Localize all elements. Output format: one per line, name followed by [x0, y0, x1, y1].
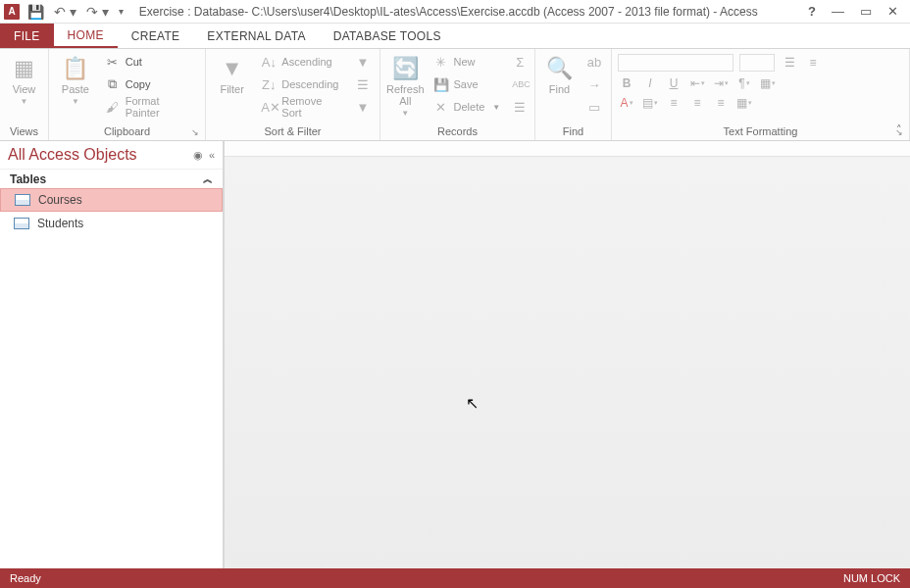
restore-icon[interactable]: ▭ [860, 4, 872, 19]
new-button[interactable]: ✳New [430, 52, 504, 72]
new-label: New [454, 56, 476, 68]
descending-icon: Z↓ [261, 77, 277, 92]
text-direction-icon[interactable]: ¶ [735, 75, 753, 91]
access-app-icon: A [4, 4, 20, 20]
paste-label: Paste [62, 83, 89, 95]
toggle-filter-button[interactable]: ▼ [352, 97, 374, 117]
totals-icon: Σ [512, 55, 528, 70]
format-painter-button[interactable]: 🖌Format Painter [102, 97, 199, 117]
format-painter-icon: 🖌 [105, 100, 121, 115]
table-item-label: Courses [38, 193, 82, 207]
more-icon: ☰ [512, 100, 528, 115]
help-icon[interactable]: ? [808, 4, 816, 19]
cursor-icon: ↖ [466, 394, 479, 413]
remove-sort-icon: A✕ [261, 100, 277, 115]
delete-button[interactable]: ✕Delete▼ [430, 97, 504, 117]
indent-increase-icon[interactable]: ⇥ [712, 75, 730, 91]
minimize-icon[interactable]: — [832, 4, 844, 19]
filter-button[interactable]: ▼ Filter [212, 52, 252, 95]
ascending-label: Ascending [281, 56, 331, 68]
alternate-row-color-icon[interactable]: ▦ [735, 95, 753, 111]
italic-icon[interactable]: I [641, 75, 659, 91]
totals-button[interactable]: Σ [509, 52, 531, 72]
align-left-icon[interactable]: ≡ [665, 95, 682, 111]
undo-icon[interactable]: ↶ ▾ [54, 4, 76, 20]
tables-collapse-icon[interactable]: ︽ [203, 172, 213, 186]
spelling-button[interactable]: ABC [509, 74, 531, 94]
chevron-down-icon: ▼ [401, 109, 409, 118]
table-icon [14, 218, 29, 229]
view-button[interactable]: ▦ View ▼ [6, 52, 42, 106]
collapse-ribbon-icon[interactable]: ˄ [896, 123, 902, 136]
refresh-icon: 🔄 [392, 56, 419, 81]
numbering-icon[interactable]: ≡ [804, 55, 822, 71]
goto-button[interactable]: → [583, 74, 605, 94]
close-icon[interactable]: ✕ [887, 4, 898, 19]
copy-icon: ⧉ [105, 76, 121, 92]
new-icon: ✳ [433, 55, 449, 70]
group-textfmt-label: Text Formatting↘ [618, 123, 903, 140]
bold-icon[interactable]: B [618, 75, 635, 91]
table-item-label: Students [37, 217, 83, 230]
align-right-icon[interactable]: ≡ [712, 95, 730, 111]
replace-icon: ab [586, 55, 602, 70]
selection-filter-button[interactable]: ▼ [352, 52, 374, 72]
ascending-button[interactable]: A↓Ascending [258, 52, 346, 72]
group-clipboard-label: Clipboard↘ [55, 123, 199, 140]
indent-decrease-icon[interactable]: ⇤ [688, 75, 706, 91]
descending-button[interactable]: Z↓Descending [258, 74, 346, 94]
align-center-icon[interactable]: ≡ [688, 95, 706, 111]
font-color-icon[interactable]: A [618, 95, 635, 111]
canvas-header-strip [225, 141, 910, 157]
select-button[interactable]: ▭ [583, 97, 605, 117]
tab-file[interactable]: FILE [0, 24, 54, 48]
group-records-label: Records [386, 123, 529, 140]
view-icon: ▦ [14, 56, 34, 81]
tab-create[interactable]: CREATE [118, 24, 194, 48]
save-icon[interactable]: 💾 [27, 4, 44, 20]
filter-icon: ▼ [222, 56, 243, 81]
tab-home[interactable]: HOME [54, 24, 118, 48]
bullets-icon[interactable]: ☰ [781, 55, 798, 71]
table-icon [15, 194, 30, 206]
navpane-menu-icon[interactable]: ◉ [193, 149, 203, 162]
save-record-label: Save [454, 78, 479, 90]
navpane-collapse-icon[interactable]: « [209, 149, 215, 162]
select-icon: ▭ [586, 100, 602, 115]
table-item-students[interactable]: Students [0, 212, 223, 235]
cut-button[interactable]: ✂Cut [102, 52, 199, 72]
font-size-input[interactable] [739, 54, 775, 72]
window-title: Exercise : Database- C:\Users\user4\Desk… [139, 5, 808, 19]
find-button[interactable]: 🔍 Find [541, 52, 578, 95]
document-canvas: ↖ [224, 141, 910, 568]
save-record-button[interactable]: 💾Save [430, 74, 504, 94]
more-records-button[interactable]: ☰ [509, 97, 531, 117]
tables-header[interactable]: Tables [10, 172, 46, 186]
paste-button[interactable]: 📋 Paste ▼ [55, 52, 96, 106]
advanced-filter-button[interactable]: ☰ [352, 74, 374, 94]
group-views-label: Views [6, 123, 42, 140]
status-numlock: NUM LOCK [843, 572, 900, 584]
refresh-all-button[interactable]: 🔄 Refresh All ▼ [386, 52, 425, 118]
filter-label: Filter [220, 83, 243, 95]
delete-icon: ✕ [433, 100, 449, 115]
remove-sort-button[interactable]: A✕Remove Sort [258, 97, 346, 117]
tab-external-data[interactable]: EXTERNAL DATA [193, 24, 319, 48]
gridlines-icon[interactable]: ▦ [759, 75, 777, 91]
underline-icon[interactable]: U [665, 75, 682, 91]
toggle-filter-icon: ▼ [355, 100, 371, 115]
spelling-icon: ABC [512, 79, 528, 89]
tab-database-tools[interactable]: DATABASE TOOLS [320, 24, 455, 48]
paste-icon: 📋 [62, 56, 88, 81]
qat-customize-icon[interactable]: ▾ [119, 6, 124, 17]
fill-color-icon[interactable]: ▤ [641, 95, 659, 111]
copy-button[interactable]: ⧉Copy [102, 74, 199, 94]
clipboard-dialog-launcher-icon[interactable]: ↘ [191, 127, 199, 137]
table-item-courses[interactable]: Courses [0, 188, 223, 212]
refresh-label: Refresh All [386, 83, 425, 107]
status-left: Ready [10, 572, 41, 584]
replace-button[interactable]: ab [583, 52, 605, 72]
redo-icon[interactable]: ↷ ▾ [86, 4, 109, 20]
font-name-input[interactable] [618, 54, 733, 72]
view-label: View [13, 83, 36, 95]
